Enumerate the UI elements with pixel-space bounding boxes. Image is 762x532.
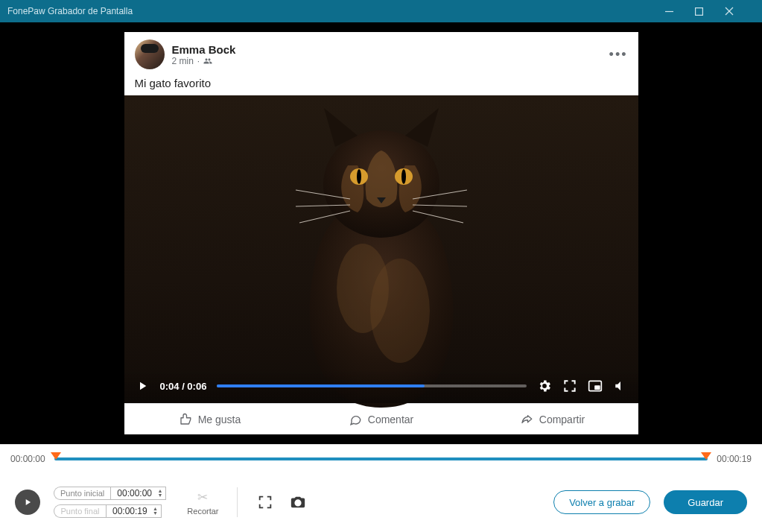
trim-end-value: 00:00:19 xyxy=(112,506,147,516)
stepper[interactable]: ▲▼ xyxy=(157,489,162,498)
separator xyxy=(237,487,238,517)
post-actions: Me gusta Comentar Compartir xyxy=(124,403,638,434)
svg-point-16 xyxy=(370,259,430,363)
video-progress[interactable] xyxy=(217,384,526,387)
social-post: Emma Bock 2 min · ••• Mi gato favorito xyxy=(124,32,638,434)
svg-point-19 xyxy=(296,501,300,505)
share-button[interactable]: Compartir xyxy=(467,404,638,434)
re-record-label: Volver a grabar xyxy=(569,497,635,508)
share-label: Compartir xyxy=(539,414,585,425)
friends-icon xyxy=(203,57,212,66)
volume-icon[interactable] xyxy=(613,379,628,393)
timeline-start: 00:00:00 xyxy=(10,454,45,464)
post-header: Emma Bock 2 min · ••• xyxy=(124,32,638,77)
trim-start-value: 00:00:00 xyxy=(117,488,152,498)
re-record-button[interactable]: Volver a grabar xyxy=(553,490,650,514)
preview-area: Emma Bock 2 min · ••• Mi gato favorito xyxy=(0,22,762,444)
video-player[interactable]: 0:04 / 0:06 xyxy=(124,95,638,403)
trim-handle-start[interactable] xyxy=(51,452,61,460)
trim-start-label: Punto inicial xyxy=(54,487,110,500)
title-bar: FonePaw Grabador de Pantalla xyxy=(0,0,762,22)
avatar[interactable] xyxy=(135,39,165,69)
expand-button[interactable] xyxy=(255,493,275,512)
post-age: 2 min xyxy=(172,56,194,66)
svg-point-6 xyxy=(357,169,361,184)
post-more-button[interactable]: ••• xyxy=(609,47,628,63)
trim-controls: Punto inicial 00:00:00 ▲▼ Punto final 00… xyxy=(54,487,166,518)
cut-label: Recortar xyxy=(187,507,218,516)
comment-label: Comentar xyxy=(368,414,413,425)
svg-rect-1 xyxy=(696,7,703,15)
video-content xyxy=(262,95,501,408)
like-button[interactable]: Me gusta xyxy=(124,404,296,434)
post-caption: Mi gato favorito xyxy=(124,77,638,95)
post-meta: 2 min · xyxy=(172,56,236,66)
save-button[interactable]: Guardar xyxy=(664,490,747,514)
scissors-icon: ✂ xyxy=(187,490,218,505)
close-button[interactable] xyxy=(725,7,755,16)
like-label: Me gusta xyxy=(198,414,241,425)
post-author[interactable]: Emma Bock xyxy=(172,43,236,56)
play-icon[interactable] xyxy=(135,379,150,393)
cut-button[interactable]: ✂ Recortar xyxy=(187,490,218,516)
save-label: Guardar xyxy=(688,497,723,508)
trim-end-label: Punto final xyxy=(54,504,106,518)
fullscreen-icon[interactable] xyxy=(562,379,577,393)
snapshot-button[interactable] xyxy=(288,493,308,512)
timeline: 00:00:00 00:00:19 xyxy=(0,444,762,472)
svg-rect-18 xyxy=(594,385,600,390)
trim-end-input[interactable]: 00:00:19 ▲▼ xyxy=(106,504,162,518)
comment-button[interactable]: Comentar xyxy=(296,404,467,434)
timeline-track[interactable] xyxy=(54,457,708,460)
gear-icon[interactable] xyxy=(537,379,552,393)
bottom-toolbar: Punto inicial 00:00:00 ▲▼ Punto final 00… xyxy=(0,472,762,532)
app-title: FonePaw Grabador de Pantalla xyxy=(7,6,665,16)
video-time: 0:04 / 0:06 xyxy=(160,381,207,392)
timeline-end: 00:00:19 xyxy=(717,454,752,464)
trim-start-input[interactable]: 00:00:00 ▲▼ xyxy=(110,487,166,500)
trim-handle-end[interactable] xyxy=(701,452,711,460)
stepper[interactable]: ▲▼ xyxy=(153,507,158,516)
minimize-button[interactable] xyxy=(665,7,695,16)
video-controls: 0:04 / 0:06 xyxy=(124,369,638,403)
pip-icon[interactable] xyxy=(588,379,603,393)
svg-point-8 xyxy=(401,169,406,184)
play-button[interactable] xyxy=(15,490,40,515)
maximize-button[interactable] xyxy=(695,7,725,16)
